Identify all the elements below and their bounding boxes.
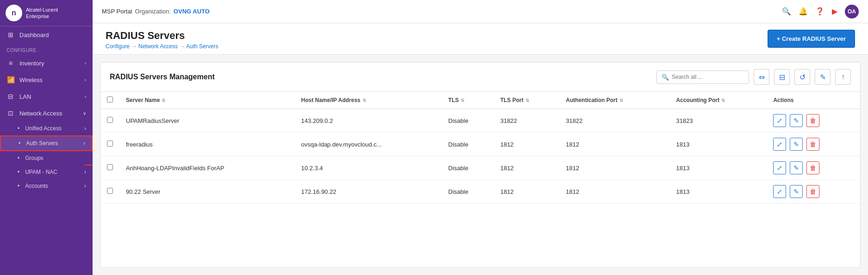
radius-servers-table: Server Name ⇅ Host Name/IP Address ⇅	[100, 92, 860, 204]
create-radius-server-button[interactable]: + Create RADIUS Server	[768, 30, 855, 48]
search-topbar-icon[interactable]: 🔍	[782, 7, 791, 16]
sidebar-item-upam-nac[interactable]: UPAM - NAC ›	[0, 165, 93, 179]
row-server-name-3: 90.22 Server	[119, 180, 295, 204]
row-checkbox-2[interactable]	[107, 164, 113, 170]
export-button[interactable]: ↑	[835, 69, 851, 85]
col-acct-port: Accounting Port ⇅	[670, 92, 767, 109]
search-box[interactable]: 🔍	[656, 70, 749, 84]
row-acct-port-0: 31823	[670, 109, 767, 133]
sidebar-item-inventory[interactable]: ≡ Inventory ›	[0, 55, 93, 71]
inventory-icon: ≡	[6, 59, 15, 67]
row-host-0: 143.209.0.2	[295, 109, 442, 133]
configure-section-label: CONFIGURE	[0, 43, 93, 55]
breadcrumb-auth-servers[interactable]: Auth Servers	[186, 43, 218, 50]
brand-text: Alcatel·Lucent Enterprise	[26, 6, 58, 20]
network-access-icon: ⊡	[6, 109, 15, 117]
select-all-checkbox[interactable]	[107, 96, 113, 102]
expand-button-0[interactable]: ⤢	[773, 114, 786, 127]
col-acct-port-label: Accounting Port	[676, 97, 719, 103]
delete-button-2[interactable]: 🗑	[806, 161, 819, 174]
row-tls-2: Disable	[442, 156, 493, 180]
col-tls-label: TLS	[448, 97, 459, 103]
expand-button-3[interactable]: ⤢	[773, 185, 786, 198]
col-tls-port: TLS Port ⇅	[494, 92, 560, 109]
col-server-name-label: Server Name	[126, 97, 160, 103]
topbar-icons: 🔍 🔔 ❓ ▶ OA	[782, 5, 859, 19]
chevron-right-icon: ›	[85, 61, 86, 66]
table-container: Server Name ⇅ Host Name/IP Address ⇅	[100, 92, 860, 267]
auth-port-filter-icon[interactable]: ⇅	[619, 98, 623, 103]
delete-button-0[interactable]: 🗑	[806, 114, 819, 127]
row-checkbox-1[interactable]	[107, 141, 113, 147]
brand-name: Alcatel·Lucent	[26, 6, 58, 13]
sidebar-item-label: LAN	[19, 93, 31, 100]
select-all-column	[100, 92, 119, 109]
chevron-right-icon: ›	[84, 125, 86, 132]
row-auth-port-1: 1812	[559, 133, 669, 156]
msp-portal-link[interactable]: MSP Portal	[102, 8, 132, 15]
table-header: Server Name ⇅ Host Name/IP Address ⇅	[100, 92, 860, 109]
lan-icon: ⊟	[6, 93, 15, 100]
delete-button-1[interactable]: 🗑	[806, 138, 819, 151]
acct-port-filter-icon[interactable]: ⇅	[721, 98, 725, 103]
refresh-button[interactable]: ↺	[794, 69, 810, 85]
tls-filter-icon[interactable]: ⇅	[461, 98, 464, 103]
edit-button-2[interactable]: ✎	[790, 161, 803, 174]
breadcrumb-network-access[interactable]: Network Access	[138, 43, 178, 50]
org-name[interactable]: OVNG AUTO	[174, 8, 210, 15]
action-buttons-1: ⤢ ✎ 🗑	[773, 138, 854, 151]
sidebar-item-unified-access[interactable]: Unified Access ›	[0, 122, 93, 135]
host-filter-icon[interactable]: ⇅	[362, 98, 366, 103]
filter-button[interactable]: ⊟	[774, 69, 790, 85]
chevron-down-icon: ∨	[83, 111, 86, 116]
breadcrumb-sep1: →	[131, 43, 138, 50]
user-avatar[interactable]: OA	[845, 5, 859, 19]
row-checkbox-0[interactable]	[107, 117, 113, 123]
youtube-icon[interactable]: ▶	[832, 7, 837, 16]
table-row: 90.22 Server 172.16.90.22 Disable 1812 1…	[100, 180, 860, 204]
search-input[interactable]	[672, 74, 744, 80]
auth-servers-label: Auth Servers	[26, 140, 58, 147]
row-checkbox-cell	[100, 180, 119, 204]
table-body: UPAMRadiusServer 143.209.0.2 Disable 318…	[100, 109, 860, 204]
page-header: RADIUS Servers Configure → Network Acces…	[93, 23, 868, 55]
tls-port-filter-icon[interactable]: ⇅	[525, 98, 529, 103]
accounts-label: Accounts	[25, 183, 48, 189]
row-checkbox-3[interactable]	[107, 188, 113, 194]
expand-button-2[interactable]: ⤢	[773, 161, 786, 174]
sidebar-item-lan[interactable]: ⊟ LAN ›	[0, 88, 93, 105]
edit-button-1[interactable]: ✎	[790, 138, 803, 151]
row-host-1: ovsqa-ldap.dev.myovcloud.c...	[295, 133, 442, 156]
delete-button-3[interactable]: 🗑	[806, 185, 819, 198]
sidebar-item-groups[interactable]: Groups	[0, 151, 93, 165]
row-host-3: 172.16.90.22	[295, 180, 442, 204]
expand-view-button[interactable]: ⇔	[754, 69, 769, 85]
action-buttons-0: ⤢ ✎ 🗑	[773, 114, 854, 127]
edit-button-0[interactable]: ✎	[790, 114, 803, 127]
col-tls: TLS ⇅	[442, 92, 493, 109]
sidebar-item-accounts[interactable]: Accounts ›	[0, 179, 93, 193]
edit-columns-button[interactable]: ✎	[815, 69, 831, 85]
edit-button-3[interactable]: ✎	[790, 185, 803, 198]
search-icon: 🔍	[662, 74, 669, 81]
content-area: RADIUS Servers Management 🔍 ⇔ ⊟ ↺ ✎ ↑	[100, 62, 861, 268]
sidebar-item-network-access[interactable]: ⊡ Network Access ∨	[0, 105, 93, 122]
notifications-icon[interactable]: 🔔	[799, 7, 808, 16]
row-auth-port-3: 1812	[559, 180, 669, 204]
server-name-filter-icon[interactable]: ⇅	[162, 98, 165, 103]
sidebar-item-wireless[interactable]: 📶 Wireless ›	[0, 71, 93, 88]
row-host-2: 10.2.3.4	[295, 156, 442, 180]
row-server-name-2: AnhHoang-LDAPInvalidFields ForAP	[119, 156, 295, 180]
breadcrumb-configure[interactable]: Configure	[106, 43, 130, 50]
breadcrumb: Configure → Network Access → Auth Server…	[106, 43, 218, 50]
help-icon[interactable]: ❓	[815, 7, 824, 16]
sidebar-item-auth-servers[interactable]: Auth Servers ›	[0, 135, 93, 151]
logo-area: n Alcatel·Lucent Enterprise	[0, 0, 93, 26]
wireless-icon: 📶	[6, 76, 15, 83]
brand-sub: Enterprise	[26, 13, 58, 19]
sidebar-item-dashboard[interactable]: ⊞ Dashboard	[0, 26, 93, 43]
page-title: RADIUS Servers	[106, 30, 218, 42]
expand-button-1[interactable]: ⤢	[773, 138, 786, 151]
row-tls-port-2: 1812	[494, 156, 560, 180]
row-actions-1: ⤢ ✎ 🗑	[767, 133, 860, 156]
